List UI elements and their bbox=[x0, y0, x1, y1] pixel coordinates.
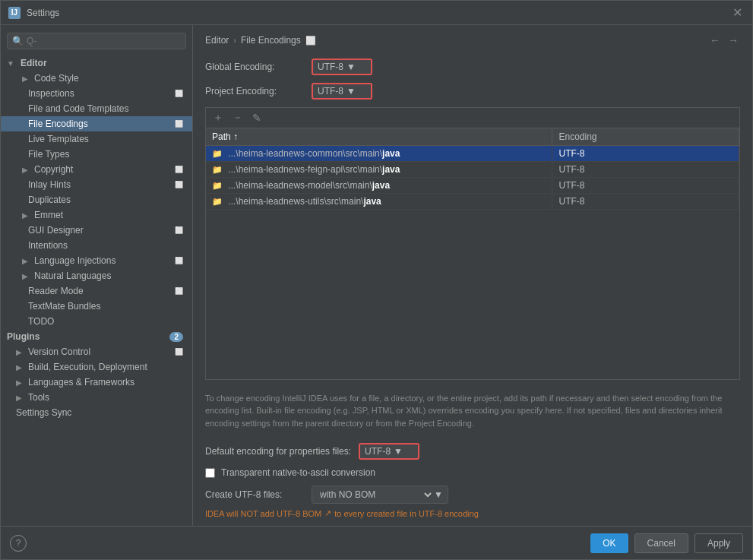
sidebar-item-file-types[interactable]: File Types bbox=[1, 147, 192, 162]
ok-button[interactable]: OK bbox=[590, 533, 628, 553]
sidebar-item-file-code-templates[interactable]: File and Code Templates bbox=[1, 101, 192, 116]
back-arrow[interactable]: ← bbox=[708, 33, 722, 48]
sidebar-item-todo[interactable]: TODO bbox=[1, 314, 192, 329]
search-input[interactable] bbox=[27, 36, 181, 46]
sidebar-item-tools[interactable]: ▶ Tools bbox=[1, 390, 192, 405]
project-encoding-select[interactable]: UTF-8 ▼ bbox=[312, 83, 372, 100]
sidebar-item-left: ▶ Language Injections bbox=[22, 255, 115, 266]
global-encoding-select[interactable]: UTF-8 ▼ bbox=[312, 59, 372, 75]
search-icon: 🔍 bbox=[12, 36, 24, 46]
breadcrumb: Editor › File Encodings ⬜ ← → bbox=[205, 33, 740, 48]
sidebar-item-gui-designer[interactable]: GUI Designer ⬜ bbox=[1, 223, 192, 238]
global-encoding-dropdown[interactable]: UTF-8 bbox=[318, 62, 343, 72]
col-path[interactable]: Path ↑ bbox=[206, 128, 552, 146]
settings-icon: ⬜ bbox=[175, 287, 183, 295]
sidebar-label-plugins: Plugins bbox=[7, 331, 40, 342]
sidebar-item-intentions[interactable]: Intentions bbox=[1, 238, 192, 253]
sidebar-item-left: ▶ Tools bbox=[16, 392, 49, 403]
transparent-native-row: Transparent native-to-ascii conversion bbox=[205, 467, 740, 478]
sidebar-item-left: Reader Mode bbox=[28, 286, 84, 296]
sidebar-label-editor: Editor bbox=[21, 58, 47, 68]
expand-arrow: ▶ bbox=[16, 348, 22, 356]
sidebar-item-inspections[interactable]: Inspections ⬜ bbox=[1, 86, 192, 101]
table-row[interactable]: 📁 ...\heima-leadnews-common\src\main\jav… bbox=[206, 146, 739, 162]
encoding-cell: UTF-8 bbox=[552, 162, 739, 178]
add-button[interactable]: ＋ bbox=[210, 110, 226, 125]
encoding-cell: UTF-8 bbox=[552, 194, 739, 210]
expand-arrow: ▶ bbox=[22, 211, 28, 220]
help-button[interactable]: ? bbox=[10, 535, 27, 552]
path-prefix: ...\heima-leadnews-common\src\main\ bbox=[228, 148, 382, 159]
warning-arrow: ↗ bbox=[324, 508, 331, 518]
settings-icon: ⬜ bbox=[175, 226, 183, 234]
transparent-native-checkbox[interactable] bbox=[205, 468, 215, 478]
dropdown-arrow: ▼ bbox=[346, 62, 356, 72]
project-encoding-label: Project Encoding: bbox=[205, 86, 304, 96]
info-text: To change encoding IntelliJ IDEA uses fo… bbox=[205, 388, 740, 435]
settings-icon: ⬜ bbox=[175, 181, 183, 188]
table-row[interactable]: 📁 ...\heima-leadnews-feign-api\src\main\… bbox=[206, 162, 739, 178]
path-bold: java bbox=[382, 148, 400, 159]
sidebar-item-file-encodings[interactable]: File Encodings ⬜ bbox=[1, 116, 192, 131]
sidebar-item-editor[interactable]: ▼ Editor bbox=[1, 55, 192, 71]
table-row[interactable]: 📁 ...\heima-leadnews-utils\src\main\java… bbox=[206, 194, 739, 210]
close-button[interactable]: ✕ bbox=[729, 5, 745, 21]
sidebar-item-plugins[interactable]: Plugins 2 bbox=[1, 329, 192, 344]
sidebar-label-reader-mode: Reader Mode bbox=[28, 286, 84, 296]
sidebar-label-file-encodings: File Encodings bbox=[28, 119, 88, 129]
create-utf8-select[interactable]: with NO BOM ▼ bbox=[312, 486, 448, 504]
project-encoding-dropdown[interactable]: UTF-8 bbox=[318, 86, 343, 96]
encodings-table: Path ↑ Encoding 📁 ...\heima-leadnews-com… bbox=[206, 128, 739, 210]
sidebar-item-version-control[interactable]: ▶ Version Control ⬜ bbox=[1, 344, 192, 359]
sidebar-item-language-injections[interactable]: ▶ Language Injections ⬜ bbox=[1, 253, 192, 268]
sidebar-label-languages-frameworks: Languages & Frameworks bbox=[28, 377, 134, 388]
sidebar-label-copyright: Copyright bbox=[34, 164, 73, 175]
sidebar-item-left: Settings Sync bbox=[16, 407, 71, 418]
encoding-cell: UTF-8 bbox=[552, 146, 739, 162]
edit-button[interactable]: ✎ bbox=[250, 111, 264, 125]
sidebar-item-left: ▶ Languages & Frameworks bbox=[16, 377, 134, 388]
sidebar-item-left: Plugins bbox=[7, 331, 40, 342]
sidebar-item-settings-sync[interactable]: Settings Sync bbox=[1, 405, 192, 420]
create-utf8-row: Create UTF-8 files: with NO BOM ▼ bbox=[205, 486, 740, 504]
sidebar-label-file-types: File Types bbox=[28, 149, 69, 160]
sidebar-item-inlay-hints[interactable]: Inlay Hints ⬜ bbox=[1, 177, 192, 192]
sidebar-item-duplicates[interactable]: Duplicates bbox=[1, 192, 192, 207]
prop-encoding-row: Default encoding for properties files: U… bbox=[205, 443, 740, 460]
prop-encoding-dropdown[interactable]: UTF-8 bbox=[365, 446, 391, 457]
create-utf8-dropdown[interactable]: with NO BOM bbox=[317, 489, 434, 501]
table-row[interactable]: 📁 ...\heima-leadnews-model\src\main\java… bbox=[206, 178, 739, 194]
search-box[interactable]: 🔍 bbox=[7, 33, 186, 49]
sidebar-item-build-exec-deploy[interactable]: ▶ Build, Execution, Deployment bbox=[1, 359, 192, 375]
path-bold: java bbox=[382, 164, 400, 175]
right-panel: Editor › File Encodings ⬜ ← → Global Enc… bbox=[193, 25, 752, 526]
expand-arrow: ▶ bbox=[22, 257, 28, 265]
sidebar-item-copyright[interactable]: ▶ Copyright ⬜ bbox=[1, 162, 192, 177]
footer-right: OK Cancel Apply bbox=[590, 533, 743, 553]
col-encoding[interactable]: Encoding bbox=[552, 128, 739, 146]
sidebar-item-natural-languages[interactable]: ▶ Natural Languages bbox=[1, 268, 192, 283]
sidebar-item-left: ▶ Emmet bbox=[22, 210, 63, 220]
sidebar-item-left: ▶ Natural Languages bbox=[22, 271, 111, 281]
sidebar-item-textmate-bundles[interactable]: TextMate Bundles bbox=[1, 299, 192, 314]
sidebar-item-code-style[interactable]: ▶ Code Style bbox=[1, 71, 192, 86]
sidebar-item-left: File Encodings bbox=[28, 119, 88, 129]
table-toolbar: ＋ － ✎ bbox=[206, 108, 739, 128]
sidebar-item-left: Duplicates bbox=[28, 195, 71, 205]
sidebar-label-inlay-hints: Inlay Hints bbox=[28, 179, 71, 190]
dropdown-arrow: ▼ bbox=[434, 489, 443, 500]
settings-dialog: IJ Settings ✕ 🔍 ▼ Editor ▶ Co bbox=[0, 0, 753, 560]
sidebar-item-languages-frameworks[interactable]: ▶ Languages & Frameworks bbox=[1, 375, 192, 390]
apply-button[interactable]: Apply bbox=[694, 533, 743, 553]
sidebar-item-live-templates[interactable]: Live Templates bbox=[1, 131, 192, 147]
sidebar-label-build-exec-deploy: Build, Execution, Deployment bbox=[28, 362, 147, 372]
dropdown-arrow: ▼ bbox=[346, 86, 356, 96]
sidebar-item-emmet[interactable]: ▶ Emmet bbox=[1, 207, 192, 223]
prop-encoding-select[interactable]: UTF-8 ▼ bbox=[359, 443, 419, 460]
path-prefix: ...\heima-leadnews-utils\src\main\ bbox=[228, 196, 363, 207]
sidebar-label-inspections: Inspections bbox=[28, 88, 74, 99]
cancel-button[interactable]: Cancel bbox=[634, 533, 688, 553]
sidebar-item-reader-mode[interactable]: Reader Mode ⬜ bbox=[1, 283, 192, 299]
forward-arrow[interactable]: → bbox=[726, 33, 740, 48]
remove-button[interactable]: － bbox=[230, 110, 245, 125]
